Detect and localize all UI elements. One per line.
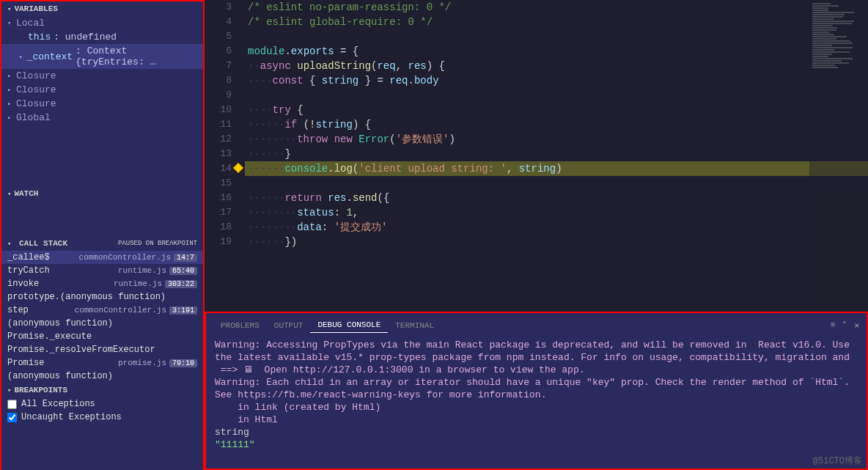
code-line[interactable] — [245, 29, 868, 44]
code-line[interactable] — [245, 176, 868, 191]
code-line[interactable]: ········data: '提交成功' — [245, 220, 868, 235]
scope-item[interactable]: ▾Local — [1, 16, 203, 30]
code-line[interactable]: ······} — [245, 147, 868, 161]
code-line[interactable]: ········status: 1, — [245, 205, 868, 220]
bp-checkbox[interactable] — [7, 400, 17, 409]
panel-tab-debug-console[interactable]: DEBUG CONSOLE — [310, 317, 388, 333]
stack-frame[interactable]: (anonymous function) — [1, 370, 203, 383]
scope-item[interactable]: ▸Closure — [1, 69, 203, 83]
stack-frame[interactable]: stepcommonController.js3:191 — [1, 304, 203, 317]
watch-title: WATCH — [14, 189, 38, 198]
breakpoint-item[interactable]: Uncaught Exceptions — [1, 411, 203, 424]
breakpoints-body: All ExceptionsUncaught Exceptions — [1, 397, 203, 424]
minimap[interactable] — [809, 0, 868, 312]
code-line[interactable]: ······return res.send({ — [245, 191, 868, 205]
console-line: in link (created by Html) — [215, 401, 858, 414]
callstack-header[interactable]: ▾ CALL STACK PAUSED ON BREAKPOINT — [1, 236, 203, 251]
panel-actions: ≡ ˄ ✕ — [831, 320, 859, 330]
stack-frame[interactable]: invokeruntime.js303:22 — [1, 277, 203, 290]
main-area: 345678910111213141516171819 /* eslint no… — [205, 0, 868, 470]
breakpoints-header[interactable]: ▾ BREAKPOINTS — [1, 383, 203, 397]
filter-icon[interactable]: ≡ — [831, 320, 836, 330]
bp-checkbox[interactable] — [7, 413, 17, 422]
debug-sidebar: ▾ VARIABLES ▾Localthis: undefined▸_conte… — [0, 0, 205, 470]
watch-header[interactable]: ▾ WATCH — [1, 186, 203, 201]
stack-frame[interactable]: (anonymous function) — [1, 317, 203, 330]
panel-tab-output[interactable]: OUTPUT — [267, 318, 311, 333]
close-icon[interactable]: ✕ — [854, 320, 859, 330]
code-line[interactable]: module.exports = { — [245, 44, 868, 59]
callstack-title: CALL STACK — [19, 239, 67, 248]
panel-tab-problems[interactable]: PROBLEMS — [213, 318, 267, 333]
paused-status: PAUSED ON BREAKPOINT — [118, 240, 197, 247]
scope-item[interactable]: ▸Closure — [1, 83, 203, 97]
scope-item[interactable]: ▸Global — [1, 111, 203, 125]
console-line: in Html — [215, 414, 858, 426]
code-line[interactable]: ······}) — [245, 235, 868, 249]
console-line: Warning: Accessing PropTypes via the mai… — [215, 339, 858, 364]
code-line[interactable]: /* eslint global-require: 0 */ — [245, 15, 868, 29]
code-line[interactable]: ····try { — [245, 103, 868, 117]
stack-frame[interactable]: prototype.(anonymous function) — [1, 290, 203, 304]
variable-item[interactable]: ▸_context: Context {tryEntries: … — [1, 44, 203, 69]
callstack-body: _callee$commonController.js14:7tryCatchr… — [1, 251, 203, 383]
code-line[interactable]: ········throw new Error('参数错误') — [245, 132, 868, 147]
code-line[interactable]: ······console.log('client upload string:… — [245, 161, 868, 176]
code-line[interactable]: ····const { string } = req.body — [245, 73, 868, 88]
code-line[interactable] — [245, 88, 868, 103]
stack-frame[interactable]: Promisepromise.js79:10 — [1, 356, 203, 370]
line-gutter: 345678910111213141516171819 — [205, 0, 245, 312]
chevron-down-icon: ▾ — [7, 386, 11, 394]
variable-item[interactable]: this: undefined — [1, 30, 203, 44]
variables-body: ▾Localthis: undefined▸_context: Context … — [1, 16, 203, 186]
chevron-up-icon[interactable]: ˄ — [842, 320, 847, 330]
panel-tabs: PROBLEMSOUTPUTDEBUG CONSOLETERMINAL ≡ ˄ … — [206, 313, 867, 333]
code-line[interactable]: ······if (!string) { — [245, 117, 868, 132]
console-line: "11111" — [215, 438, 858, 451]
code-body[interactable]: /* eslint no-param-reassign: 0 *//* esli… — [245, 0, 868, 312]
console-line: Warning: Each child in an array or itera… — [215, 376, 858, 401]
breakpoint-item[interactable]: All Exceptions — [1, 397, 203, 411]
breakpoints-title: BREAKPOINTS — [14, 386, 67, 394]
current-line-marker — [233, 163, 243, 173]
code-line[interactable]: ··async uploadString(req, res) { — [245, 59, 868, 73]
variables-header[interactable]: ▾ VARIABLES — [1, 1, 203, 16]
console-output[interactable]: Warning: Accessing PropTypes via the mai… — [206, 333, 867, 469]
debug-console-panel: PROBLEMSOUTPUTDEBUG CONSOLETERMINAL ≡ ˄ … — [205, 312, 868, 470]
code-editor[interactable]: 345678910111213141516171819 /* eslint no… — [205, 0, 868, 312]
stack-frame[interactable]: _callee$commonController.js14:7 — [1, 251, 203, 264]
stack-frame[interactable]: Promise._execute — [1, 330, 203, 343]
stack-frame[interactable]: tryCatchruntime.js65:40 — [1, 264, 203, 277]
variables-title: VARIABLES — [14, 4, 57, 13]
code-line[interactable]: /* eslint no-param-reassign: 0 */ — [245, 0, 868, 15]
chevron-down-icon: ▾ — [7, 5, 11, 13]
stack-frame[interactable]: Promise._resolveFromExecutor — [1, 343, 203, 356]
console-line: ==> 🖥 Open http://127.0.0.1:3000 in a br… — [215, 364, 858, 376]
chevron-down-icon: ▾ — [7, 190, 11, 198]
panel-tab-terminal[interactable]: TERMINAL — [388, 318, 441, 333]
watermark: @51CTO博客 — [813, 455, 862, 467]
console-line: string — [215, 426, 858, 438]
scope-item[interactable]: ▸Closure — [1, 97, 203, 111]
chevron-down-icon: ▾ — [7, 240, 11, 248]
watch-body — [1, 201, 203, 236]
